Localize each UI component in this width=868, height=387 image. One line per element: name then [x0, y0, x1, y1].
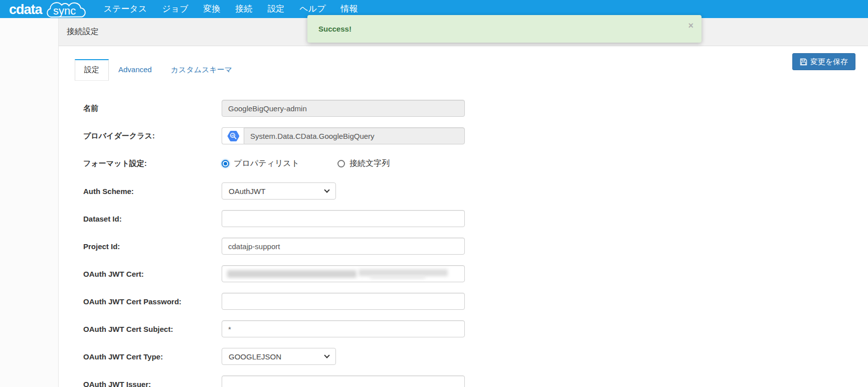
oauth-jwt-issuer-field[interactable] [222, 375, 465, 387]
form-row-oauth-jwt-cert-password: OAuth JWT Cert Password: [83, 293, 868, 310]
oauth-jwt-cert-label: OAuth JWT Cert: [83, 270, 222, 278]
oauth-jwt-cert-type-select[interactable]: GOOGLEJSON [222, 348, 336, 365]
chevron-down-icon [324, 187, 329, 192]
page-title: 接続設定 [67, 27, 99, 37]
name-field [222, 100, 465, 117]
cloud-sync-icon: sync [43, 0, 89, 20]
form-row-name: 名前 [83, 100, 868, 117]
nav-item-connections[interactable]: 接続 [228, 0, 260, 18]
form-row-oauth-jwt-issuer: OAuth JWT Issuer: [83, 375, 868, 387]
connection-settings-panel: 接続設定 設定 Advanced カスタムスキーマ 名前 プロバイダークラス: [58, 18, 868, 387]
oauth-jwt-cert-password-label: OAuth JWT Cert Password: [83, 297, 222, 306]
form-row-oauth-jwt-cert-subject: OAuth JWT Cert Subject: [83, 320, 868, 337]
logo-brand-text: cdata [9, 1, 42, 18]
auth-scheme-value: OAuthJWT [229, 187, 265, 196]
oauth-jwt-cert-field[interactable] [222, 265, 465, 282]
form-row-provider-class: プロバイダークラス: [83, 127, 868, 144]
provider-class-label: プロバイダークラス: [83, 131, 222, 141]
auth-scheme-select[interactable]: OAuthJWT [222, 182, 336, 200]
tab-bar: 設定 Advanced カスタムスキーマ [75, 59, 868, 81]
floppy-disk-icon [800, 58, 807, 66]
redacted-value-blur [227, 270, 357, 278]
form-row-auth-scheme: Auth Scheme: OAuthJWT [83, 182, 868, 200]
format-label: フォーマット設定: [83, 159, 222, 168]
project-id-label: Project Id: [83, 242, 222, 251]
nav-item-transform[interactable]: 変換 [196, 0, 228, 18]
radio-unselected-icon [337, 160, 345, 167]
oauth-jwt-cert-type-label: OAuth JWT Cert Type: [83, 352, 222, 361]
nav-item-status[interactable]: ステータス [96, 0, 155, 18]
oauth-jwt-cert-subject-label: OAuth JWT Cert Subject: [83, 325, 222, 333]
tab-advanced[interactable]: Advanced [109, 59, 161, 81]
form-row-oauth-jwt-cert-type: OAuth JWT Cert Type: GOOGLEJSON [83, 348, 868, 365]
project-id-field[interactable] [222, 238, 465, 255]
form-row-oauth-jwt-cert: OAuth JWT Cert: [83, 265, 868, 282]
oauth-jwt-issuer-label: OAuth JWT Issuer: [83, 380, 222, 387]
cdata-sync-logo[interactable]: cdata sync [9, 0, 89, 18]
tab-custom-schema[interactable]: カスタムスキーマ [161, 59, 242, 81]
success-toast: Success! × [307, 15, 702, 43]
connection-form: 名前 プロバイダークラス: [83, 100, 868, 387]
nav-item-jobs[interactable]: ジョブ [154, 0, 196, 18]
radio-connection-string-label: 接続文字列 [350, 158, 390, 169]
auth-scheme-label: Auth Scheme: [83, 187, 222, 196]
bigquery-icon [222, 127, 244, 144]
radio-selected-icon [222, 160, 229, 167]
provider-class-field [244, 127, 465, 144]
tab-settings[interactable]: 設定 [75, 59, 109, 81]
format-radio-row: プロパティリスト 接続文字列 [222, 158, 465, 169]
dataset-id-field[interactable] [222, 210, 465, 227]
form-row-project-id: Project Id: [83, 238, 868, 255]
oauth-jwt-cert-type-value: GOOGLEJSON [229, 352, 281, 361]
name-label: 名前 [83, 104, 222, 113]
radio-property-list-label: プロパティリスト [234, 158, 299, 169]
redacted-value-blur [359, 269, 448, 276]
form-row-dataset-id: Dataset Id: [83, 210, 868, 227]
form-row-format: フォーマット設定: プロパティリスト 接続文字列 [83, 155, 868, 172]
success-message: Success! [318, 25, 352, 33]
radio-property-list[interactable]: プロパティリスト [222, 158, 337, 169]
nav-item-settings[interactable]: 設定 [260, 0, 292, 18]
save-changes-button[interactable]: 変更を保存 [792, 53, 855, 70]
oauth-jwt-cert-subject-field[interactable] [222, 320, 465, 337]
chevron-down-icon [324, 352, 329, 358]
radio-connection-string[interactable]: 接続文字列 [337, 158, 390, 169]
provider-class-group [222, 127, 465, 144]
save-button-label: 変更を保存 [810, 57, 848, 67]
svg-text:sync: sync [53, 5, 76, 17]
oauth-jwt-cert-password-field[interactable] [222, 293, 465, 310]
dataset-id-label: Dataset Id: [83, 215, 222, 223]
redacted-value-blur [370, 276, 425, 279]
close-icon[interactable]: × [688, 21, 693, 30]
